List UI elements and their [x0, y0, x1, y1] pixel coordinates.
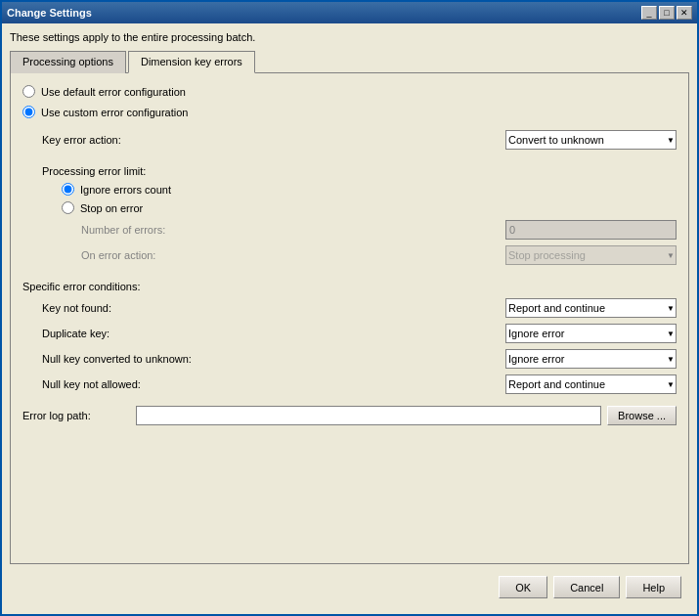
- window-title: Change Settings: [7, 7, 92, 19]
- custom-error-config-radio[interactable]: [22, 106, 35, 118]
- duplicate-key-row: Duplicate key: Ignore error Report and c…: [42, 324, 677, 343]
- null-key-converted-select[interactable]: Ignore error Report and continue Discard…: [505, 349, 677, 369]
- number-of-errors-label: Number of errors:: [81, 224, 208, 236]
- error-log-path-label: Error log path:: [22, 410, 130, 421]
- error-log-path-input[interactable]: [136, 406, 601, 425]
- tabs-container: Processing options Dimension key errors: [10, 51, 689, 73]
- duplicate-key-select[interactable]: Ignore error Report and continue Discard…: [505, 324, 677, 343]
- ignore-errors-count-row: Ignore errors count: [62, 183, 677, 196]
- stop-on-error-row: Stop on error: [62, 201, 677, 214]
- browse-button[interactable]: Browse ...: [607, 406, 677, 425]
- stop-on-error-radio[interactable]: [62, 201, 74, 214]
- default-error-config-radio[interactable]: [22, 85, 35, 98]
- cancel-button[interactable]: Cancel: [553, 576, 620, 598]
- key-error-action-label: Key error action:: [42, 134, 169, 146]
- default-error-config-row: Use default error configuration: [22, 85, 677, 98]
- tab-processing-options[interactable]: Processing options: [10, 51, 126, 73]
- on-error-action-select[interactable]: Stop processing Report and continue: [505, 245, 677, 265]
- specific-error-conditions-section: Specific error conditions: Key not found…: [22, 277, 677, 394]
- duplicate-key-select-wrapper: Ignore error Report and continue Discard…: [505, 324, 677, 343]
- custom-error-config-row: Use custom error configuration: [22, 106, 677, 118]
- help-button[interactable]: Help: [626, 576, 681, 598]
- minimize-button[interactable]: _: [641, 6, 657, 20]
- ignore-errors-count-radio[interactable]: [62, 183, 74, 196]
- on-error-action-row: On error action: Stop processing Report …: [81, 245, 677, 265]
- change-settings-window: Change Settings _ □ ✕ These settings app…: [0, 0, 699, 616]
- null-key-converted-select-wrapper: Ignore error Report and continue Discard…: [505, 349, 677, 369]
- null-key-not-allowed-row: Null key not allowed: Report and continu…: [42, 374, 677, 394]
- footer-buttons: OK Cancel Help: [10, 568, 689, 606]
- null-key-not-allowed-select[interactable]: Report and continue Ignore error Discard…: [505, 374, 677, 394]
- ignore-errors-count-label: Ignore errors count: [80, 184, 171, 196]
- tab-content-area: Use default error configuration Use cust…: [10, 72, 689, 564]
- maximize-button[interactable]: □: [659, 6, 675, 20]
- custom-error-config-label: Use custom error configuration: [41, 107, 188, 118]
- on-error-action-select-wrapper: Stop processing Report and continue: [505, 245, 677, 265]
- close-button[interactable]: ✕: [677, 6, 692, 20]
- default-error-config-label: Use default error configuration: [41, 86, 186, 98]
- stop-on-error-label: Stop on error: [80, 202, 143, 214]
- key-not-found-select[interactable]: Report and continue Ignore error Discard…: [505, 298, 677, 318]
- description-text: These settings apply to the entire proce…: [10, 31, 689, 43]
- number-of-errors-row: Number of errors:: [81, 220, 677, 240]
- key-not-found-select-wrapper: Report and continue Ignore error Discard…: [505, 298, 677, 318]
- on-error-action-label: On error action:: [81, 249, 208, 261]
- duplicate-key-label: Duplicate key:: [42, 328, 238, 339]
- error-log-path-row: Error log path: Browse ...: [22, 406, 677, 425]
- ok-button[interactable]: OK: [499, 576, 547, 598]
- processing-error-limit-section: Processing error limit: Ignore errors co…: [42, 161, 677, 265]
- key-not-found-label: Key not found:: [42, 302, 238, 314]
- processing-error-limit-label: Processing error limit:: [42, 165, 677, 177]
- null-key-converted-label: Null key converted to unknown:: [42, 353, 238, 365]
- key-error-action-row: Key error action: Convert to unknown Dis…: [42, 130, 677, 150]
- tab-dimension-key-errors[interactable]: Dimension key errors: [128, 51, 255, 73]
- null-key-not-allowed-select-wrapper: Report and continue Ignore error Discard…: [505, 374, 677, 394]
- key-error-action-select[interactable]: Convert to unknown Discard record: [505, 130, 677, 150]
- number-of-errors-input[interactable]: [505, 220, 677, 240]
- key-error-action-select-wrapper: Convert to unknown Discard record: [505, 130, 677, 150]
- title-bar: Change Settings _ □ ✕: [2, 2, 697, 23]
- specific-error-conditions-label: Specific error conditions:: [22, 281, 677, 292]
- window-body: These settings apply to the entire proce…: [2, 23, 697, 614]
- key-not-found-row: Key not found: Report and continue Ignor…: [42, 298, 677, 318]
- null-key-not-allowed-label: Null key not allowed:: [42, 378, 238, 390]
- null-key-converted-row: Null key converted to unknown: Ignore er…: [42, 349, 677, 369]
- title-bar-buttons: _ □ ✕: [641, 6, 692, 20]
